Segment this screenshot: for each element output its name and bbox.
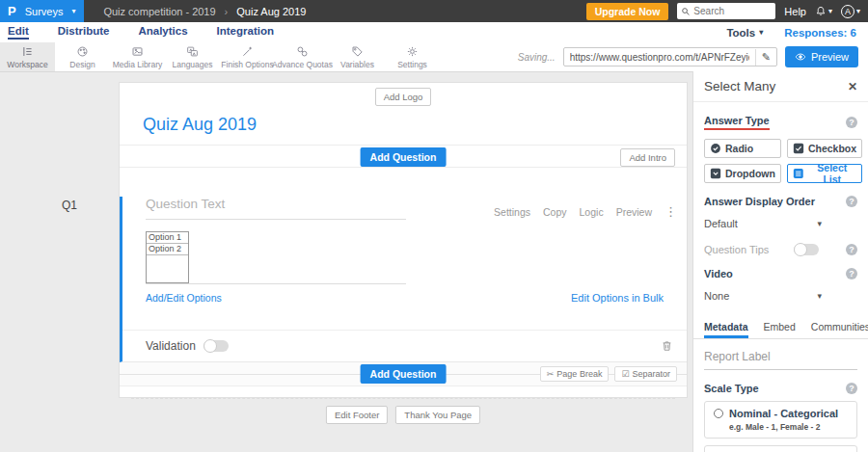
account-menu[interactable]: A ▾	[841, 5, 860, 18]
add-logo-button[interactable]: Add Logo	[375, 88, 432, 106]
toolbar-label: Advance Quotas	[272, 60, 333, 69]
eye-icon	[795, 52, 806, 62]
question-settings-panel: Select Many ✕ Answer Type ? Radio Checkb…	[692, 71, 868, 452]
help-icon[interactable]: ?	[846, 244, 857, 255]
survey-url-input[interactable]	[564, 52, 755, 63]
question-card[interactable]: Settings Copy Logic Preview ⋮ Question T…	[120, 197, 687, 362]
help-icon[interactable]: ?	[846, 196, 857, 207]
nav-item-integration[interactable]: Integration	[217, 25, 274, 40]
edit-footer-button[interactable]: Edit Footer	[326, 406, 388, 424]
search-box[interactable]	[677, 3, 775, 19]
chevron-down-icon: ▾	[817, 292, 822, 301]
tools-menu[interactable]: Tools ▾	[726, 27, 763, 39]
answer-area: Option 1 Option 2	[146, 231, 406, 284]
page-break-button[interactable]: ✂ Page Break	[540, 366, 610, 382]
workspace-icon	[21, 45, 34, 58]
avatar[interactable]: A	[841, 5, 854, 18]
intro-row: Add Question Add Intro	[120, 145, 687, 168]
tab-embed[interactable]: Embed	[764, 314, 796, 338]
list-option[interactable]: Option 2	[146, 243, 189, 255]
display-order-value: Default	[704, 218, 738, 229]
survey-nav: Edit Distribute Analytics Integration To…	[0, 22, 868, 42]
help-link[interactable]: Help	[784, 6, 806, 17]
help-icon[interactable]: ?	[846, 383, 857, 394]
add-question-button-bottom[interactable]: Add Question	[361, 364, 447, 384]
scissors-icon: ✂	[547, 369, 555, 379]
more-options-icon[interactable]: ⋮	[665, 204, 677, 219]
answer-type-row: Answer Type ?	[704, 115, 857, 130]
image-icon	[131, 45, 144, 58]
edit-url-pencil-icon[interactable]: ✎	[755, 49, 776, 66]
logo-row: Add Logo	[120, 83, 687, 106]
add-question-button-top[interactable]: Add Question	[361, 147, 447, 167]
questionpro-logo[interactable]: P	[8, 4, 16, 18]
preview-button[interactable]: Preview	[785, 46, 858, 67]
display-order-select[interactable]: Default ▾	[704, 218, 822, 229]
question-settings-link[interactable]: Settings	[494, 206, 530, 218]
radio-icon[interactable]	[714, 409, 723, 418]
nav-item-distribute[interactable]: Distribute	[58, 25, 110, 40]
toolbar-label: Finish Options	[221, 60, 273, 69]
answer-type-dropdown-button[interactable]: Dropdown	[704, 164, 781, 183]
delete-question-trash-icon[interactable]	[661, 339, 673, 353]
tab-communities[interactable]: Communities	[811, 314, 868, 338]
toolbar-label: Media Library	[113, 60, 163, 69]
scale-option-nominal-numeric[interactable]: Nominal - Numeric e.g. Number of cars (1…	[704, 445, 857, 452]
editor-area: Q1 Add Logo Quiz Aug 2019 Add Question A…	[0, 72, 692, 452]
add-edit-options-link[interactable]: Add/Edit Options	[146, 292, 222, 304]
toolbar-item-settings[interactable]: Settings	[385, 42, 440, 71]
preview-label: Preview	[811, 51, 849, 63]
toolbar-item-advance-quotas[interactable]: Advance Quotas	[275, 42, 330, 71]
toolbar-item-media-library[interactable]: Media Library	[110, 42, 165, 71]
video-value: None	[704, 290, 729, 302]
toolbar-item-workspace[interactable]: Workspace	[0, 42, 55, 71]
answer-type-radio-button[interactable]: Radio	[704, 139, 781, 158]
answer-type-checkbox-button[interactable]: Checkbox	[787, 139, 862, 158]
answer-type-select-list-button[interactable]: Select List	[787, 164, 862, 183]
toggle-knob	[794, 243, 807, 256]
display-order-row: Answer Display Order ?	[704, 196, 857, 207]
surveys-menu[interactable]: Surveys	[25, 6, 64, 17]
help-icon[interactable]: ?	[846, 268, 857, 279]
question-number: Q1	[62, 199, 77, 212]
survey-title[interactable]: Quiz Aug 2019	[143, 115, 687, 135]
search-input[interactable]	[693, 6, 773, 16]
notifications-button[interactable]: ▾	[815, 5, 832, 17]
breadcrumb-parent[interactable]: Quiz competition - 2019	[103, 6, 215, 17]
question-text-field[interactable]: Question Text	[146, 197, 406, 220]
thank-you-page-button[interactable]: Thank You Page	[395, 406, 480, 424]
question-preview-link[interactable]: Preview	[616, 206, 652, 218]
brand-area[interactable]: P Surveys ▾	[0, 0, 84, 22]
upgrade-now-button[interactable]: Upgrade Now	[586, 3, 669, 20]
help-icon[interactable]: ?	[846, 117, 857, 128]
page-break-label: Page Break	[556, 369, 602, 379]
close-icon[interactable]: ✕	[848, 80, 857, 93]
select-list-preview[interactable]: Option 1 Option 2	[146, 231, 189, 283]
answer-type-label: Answer Type	[704, 115, 770, 130]
add-intro-button[interactable]: Add Intro	[620, 148, 675, 167]
tag-icon	[351, 45, 364, 58]
divider	[693, 101, 868, 102]
nav-item-analytics[interactable]: Analytics	[138, 25, 187, 40]
tab-metadata[interactable]: Metadata	[704, 314, 748, 338]
toolbar-item-design[interactable]: Design	[55, 42, 110, 71]
edit-options-in-bulk-link[interactable]: Edit Options in Bulk	[571, 292, 664, 304]
nav-item-edit[interactable]: Edit	[8, 25, 29, 40]
toolbar-item-finish-options[interactable]: Finish Options	[220, 42, 275, 71]
validation-toggle[interactable]	[203, 340, 229, 352]
validation-row: Validation	[122, 330, 687, 361]
topbar-right: Upgrade Now Help ▾ A ▾	[586, 3, 868, 20]
question-tips-toggle[interactable]	[794, 244, 819, 255]
separator-button[interactable]: ☑ Separator	[614, 366, 677, 382]
checkbox-label: Checkbox	[808, 143, 856, 154]
scale-option-nominal-categorical[interactable]: Nominal - Categorical e.g. Male - 1, Fem…	[704, 401, 857, 439]
question-logic-link[interactable]: Logic	[580, 206, 604, 218]
question-copy-link[interactable]: Copy	[543, 206, 567, 218]
validation-label: Validation	[146, 339, 196, 353]
toolbar-item-variables[interactable]: Variables	[330, 42, 385, 71]
answer-type-grid: Radio Checkbox Dropdown Select List	[704, 139, 857, 183]
report-label-input[interactable]	[704, 339, 857, 370]
video-select[interactable]: None ▾	[704, 290, 822, 302]
responses-count[interactable]: Responses: 6	[784, 27, 856, 39]
toolbar-item-languages[interactable]: Languages	[165, 42, 220, 71]
